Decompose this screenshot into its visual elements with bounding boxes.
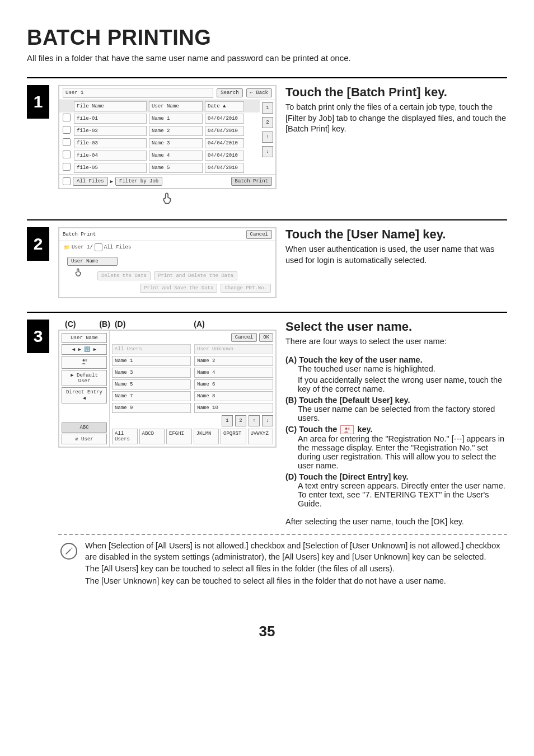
step3-after: After selecting the user name, touch the… (285, 516, 507, 528)
scroll-up[interactable]: ↑ (249, 415, 260, 426)
user-name-item[interactable]: Name 6 (194, 379, 273, 389)
svg-point-0 (82, 359, 85, 361)
all-users-button[interactable]: All Users (112, 344, 191, 354)
all-files-icon (63, 177, 71, 185)
step-number: 1 (27, 85, 49, 119)
panel-title: Batch Print (63, 232, 243, 237)
folder-name: User 1 (63, 88, 213, 98)
change-prt-button[interactable]: Change PRT.No. (221, 284, 271, 293)
print-save-button[interactable]: Print and Save the Data (140, 284, 217, 293)
file-cell[interactable]: file-03 (74, 138, 147, 148)
step1-screenshot: User 1 Search ← Back File Name User Name… (58, 85, 277, 206)
step1-body: To batch print only the files of a certa… (285, 102, 507, 135)
ok-button[interactable]: OK (259, 333, 273, 342)
all-files-icon (95, 243, 102, 251)
step3-options: (A) Touch the key of the user name. The … (285, 355, 507, 508)
job-icon (63, 163, 71, 171)
user-tab[interactable]: ⇵ User (62, 434, 107, 444)
alpha-tab[interactable]: OPQRST (221, 429, 246, 444)
alpha-tab[interactable]: UVWXYZ (248, 429, 274, 444)
alpha-tab[interactable]: EFGHI (166, 429, 192, 444)
cancel-button[interactable]: Cancel (246, 230, 272, 239)
touch-pointer-icon (73, 267, 83, 279)
scroll-up[interactable]: ↑ (262, 132, 273, 143)
info-note: When [Selection of [All Users] is not al… (58, 541, 507, 588)
user-name-item[interactable]: Name 5 (112, 379, 191, 389)
col-date[interactable]: Date ▲ (205, 101, 244, 111)
file-cell[interactable]: file-02 (74, 126, 147, 136)
user-name-item[interactable]: Name 8 (194, 391, 273, 401)
page-number: 35 (27, 623, 507, 640)
nav-arrows[interactable]: ◀ ▶ 🔢 ▶ (62, 344, 107, 355)
registration-no-button[interactable] (62, 356, 107, 369)
step-1: 1 User 1 Search ← Back File Name User Na… (27, 78, 507, 219)
user-name-item[interactable]: Name 3 (112, 368, 191, 378)
user-name-item[interactable]: Name 10 (194, 403, 273, 413)
touch-pointer-icon (160, 191, 175, 206)
alpha-tab[interactable]: ABCD (139, 429, 165, 444)
filter-by-job-tab[interactable]: Filter by Job (115, 177, 162, 186)
step-3: 3 (C) (B) (D) (A) User Name ◀ ▶ 🔢 ▶ ▶ De… (27, 313, 507, 602)
page-title: BATCH PRINTING (27, 26, 507, 50)
step3-screenshot: (C) (B) (D) (A) User Name ◀ ▶ 🔢 ▶ ▶ Defa… (58, 320, 277, 529)
step3-lead: There are four ways to select the user n… (285, 336, 507, 348)
abc-tab[interactable]: ABC (62, 422, 107, 433)
job-icon (63, 138, 71, 146)
step2-body: When user authentication is used, the us… (285, 244, 507, 266)
user-name-item[interactable]: Name 2 (194, 356, 273, 366)
user-unknown-button[interactable]: User Unknown (194, 344, 273, 354)
registration-no-icon (340, 425, 354, 434)
job-icon (63, 126, 71, 134)
back-button[interactable]: ← Back (246, 88, 272, 97)
col-user[interactable]: User Name (149, 101, 203, 111)
col-file[interactable]: File Name (74, 101, 147, 111)
step1-heading: Touch the [Batch Print] key. (285, 85, 507, 100)
file-cell[interactable]: file-01 (74, 114, 147, 124)
user-name-item[interactable]: Name 1 (112, 356, 191, 366)
page-1[interactable]: 1 (262, 102, 273, 114)
file-cell[interactable]: file-05 (74, 163, 147, 173)
job-icon (63, 151, 71, 158)
step2-heading: Touch the [User Name] key. (285, 227, 507, 242)
default-user-tab[interactable]: ▶ Default User (62, 370, 107, 386)
search-button[interactable]: Search (217, 88, 242, 97)
svg-point-1 (345, 428, 348, 430)
delete-data-button[interactable]: Delete the Data (97, 271, 151, 280)
user-name-item[interactable]: Name 7 (112, 391, 191, 401)
page-1[interactable]: 1 (222, 415, 233, 426)
alpha-tab[interactable]: JKLMN (194, 429, 219, 444)
step3-heading: Select the user name. (285, 320, 507, 334)
panel-title: User Name (62, 333, 107, 343)
job-icon (63, 114, 71, 121)
print-delete-button[interactable]: Print and Delete the Data (154, 271, 237, 280)
cancel-button[interactable]: Cancel (231, 333, 257, 342)
folder-icon: 📁 (64, 245, 70, 251)
step-number: 3 (27, 320, 49, 353)
page-2[interactable]: 2 (262, 117, 273, 128)
scroll-down[interactable]: ↓ (262, 415, 273, 426)
user-name-item[interactable]: Name 4 (194, 368, 273, 378)
intro-text: All files in a folder that have the same… (27, 53, 507, 63)
alpha-tab[interactable]: All Users (112, 429, 138, 444)
step-2: 2 Batch Print Cancel 📁 User 1/ All Files… (27, 220, 507, 312)
pencil-circle-icon (60, 543, 77, 560)
file-cell[interactable]: file-04 (74, 151, 147, 161)
user-name-button[interactable]: User Name (67, 257, 118, 266)
direct-entry-tab[interactable]: Direct Entry ◀ (62, 387, 107, 403)
user-name-item[interactable]: Name 9 (112, 403, 191, 413)
scroll-down[interactable]: ↓ (262, 146, 273, 157)
page-2[interactable]: 2 (235, 415, 246, 426)
step2-screenshot: Batch Print Cancel 📁 User 1/ All Files U… (58, 227, 277, 298)
dashed-divider (58, 534, 507, 535)
batch-print-button[interactable]: Batch Print (231, 177, 272, 186)
all-files-tab[interactable]: All Files (73, 177, 108, 186)
step-number: 2 (27, 227, 49, 261)
